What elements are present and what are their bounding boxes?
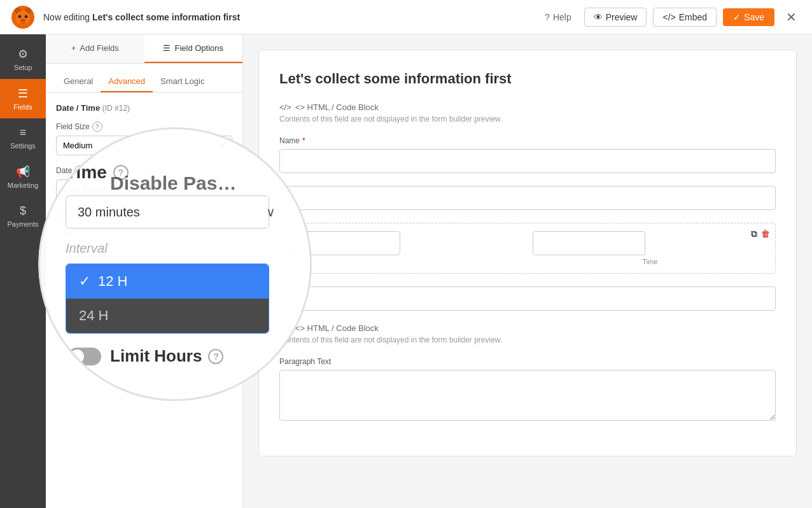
datetime-block: ⧉ 🗑 Time xyxy=(279,223,776,274)
save-button[interactable]: ✓ Save xyxy=(723,8,774,26)
embed-button[interactable]: </> Embed xyxy=(653,8,717,27)
zoom-overlay: Disable Pas… Time ? 1 minute 5 minutes 1… xyxy=(38,127,312,401)
paragraph-label: Paragraph Text xyxy=(279,357,776,366)
name-input[interactable] xyxy=(279,149,776,173)
close-button[interactable]: ✕ xyxy=(781,7,802,27)
eye-icon: 👁 xyxy=(594,12,603,22)
copy-icon[interactable]: ⧉ xyxy=(751,229,757,239)
paragraph-textarea[interactable] xyxy=(279,370,776,421)
extra-input[interactable] xyxy=(279,286,776,311)
field-options-icon: ☰ xyxy=(163,43,171,53)
date-input-wrapper xyxy=(288,231,522,255)
svg-point-4 xyxy=(18,15,22,18)
sidebar-item-payments[interactable]: $ Payments xyxy=(0,197,46,236)
sidebar-item-setup[interactable]: ⚙ Setup xyxy=(0,39,46,79)
subtab-advanced[interactable]: Advanced xyxy=(101,71,153,92)
sidebar-item-marketing[interactable]: 📢 Marketing xyxy=(0,157,46,197)
datetime-field-row: ⧉ 🗑 Time xyxy=(279,223,776,274)
zoom-interval-label: Interval xyxy=(66,241,284,256)
svg-point-5 xyxy=(25,15,28,18)
required-star: * xyxy=(302,136,305,145)
name-field-block: Name * xyxy=(279,136,776,173)
main-content: Let's collect some information first </>… xyxy=(243,34,812,508)
field-size-label: Field Size ? xyxy=(56,122,232,132)
header-right: ? Help 👁 Preview </> Embed ✓ Save ✕ xyxy=(538,7,802,27)
subtab-general[interactable]: General xyxy=(56,71,101,92)
field-title: Date / Time (ID #12) xyxy=(56,103,232,113)
code-icon: </> xyxy=(662,12,675,22)
zoom-limit-hours-row: Limit Hours ? xyxy=(66,346,284,366)
form-preview-title: Let's collect some information first xyxy=(279,71,776,87)
zoom-option-24h[interactable]: 24 H xyxy=(66,299,269,333)
form-preview: Let's collect some information first </>… xyxy=(258,50,797,456)
add-fields-icon: + xyxy=(71,43,76,53)
help-icon: ? xyxy=(545,12,550,22)
name-label: Name * xyxy=(279,136,776,145)
zoom-select-wrapper: 1 minute 5 minutes 10 minutes 15 minutes… xyxy=(66,195,284,229)
check-icon: ✓ xyxy=(733,12,741,22)
zoom-option-12h[interactable]: ✓ 12 H xyxy=(66,264,269,299)
setup-icon: ⚙ xyxy=(18,47,28,61)
field-size-help-icon[interactable]: ? xyxy=(92,122,102,132)
tab-add-fields[interactable]: + Add Fields xyxy=(46,34,144,63)
zoom-limit-help-icon[interactable]: ? xyxy=(208,349,223,364)
extra-block xyxy=(279,286,776,311)
time-input-wrapper: Time xyxy=(533,231,767,265)
field-row-actions: ⧉ 🗑 xyxy=(751,229,770,239)
logo-icon xyxy=(10,4,36,30)
marketing-icon: 📢 xyxy=(16,165,30,179)
settings-icon: ≡ xyxy=(20,126,27,139)
fields-icon: ☰ xyxy=(18,87,28,101)
zoom-time-help-icon[interactable]: ? xyxy=(113,165,129,180)
html-block-2-label: </> <> HTML / Code Block xyxy=(279,323,776,333)
paragraph-block: Paragraph Text xyxy=(279,357,776,423)
zoom-inner: Disable Pas… Time ? 1 minute 5 minutes 1… xyxy=(40,143,310,385)
panel-tabs: + Add Fields ☰ Field Options xyxy=(46,34,242,64)
email-input[interactable] xyxy=(279,186,776,210)
check-mark: ✓ xyxy=(79,273,90,290)
html-block-1: </> <> HTML / Code Block Contents of thi… xyxy=(279,102,776,123)
zoom-time-select[interactable]: 1 minute 5 minutes 10 minutes 15 minutes… xyxy=(66,195,269,229)
zoom-dropdown: ✓ 12 H 24 H xyxy=(66,264,269,334)
panel-sub-tabs: General Advanced Smart Logic xyxy=(46,64,242,93)
svg-point-3 xyxy=(16,11,30,25)
html-block-2: </> <> HTML / Code Block Contents of thi… xyxy=(279,323,776,344)
email-block xyxy=(279,186,776,210)
payments-icon: $ xyxy=(20,204,26,218)
preview-button[interactable]: 👁 Preview xyxy=(584,8,647,27)
delete-icon[interactable]: 🗑 xyxy=(761,229,770,239)
html-icon: </> xyxy=(279,102,291,112)
time-field-input[interactable] xyxy=(533,231,645,255)
header: Now editing Let's collect some informati… xyxy=(0,0,812,34)
sidebar-item-fields[interactable]: ☰ Fields xyxy=(0,79,46,118)
tab-field-options[interactable]: ☰ Field Options xyxy=(144,34,243,63)
sidebar-item-settings[interactable]: ≡ Settings xyxy=(0,118,46,157)
header-title: Now editing Let's collect some informati… xyxy=(43,12,240,22)
zoom-limit-text: Limit Hours ? xyxy=(110,346,223,366)
svg-point-6 xyxy=(20,18,25,22)
zoom-time-section: Time ? xyxy=(66,162,284,183)
header-left: Now editing Let's collect some informati… xyxy=(10,4,240,30)
help-button[interactable]: ? Help xyxy=(538,8,578,26)
subtab-smart-logic[interactable]: Smart Logic xyxy=(153,71,212,92)
html-block-1-label: </> <> HTML / Code Block xyxy=(279,102,776,112)
